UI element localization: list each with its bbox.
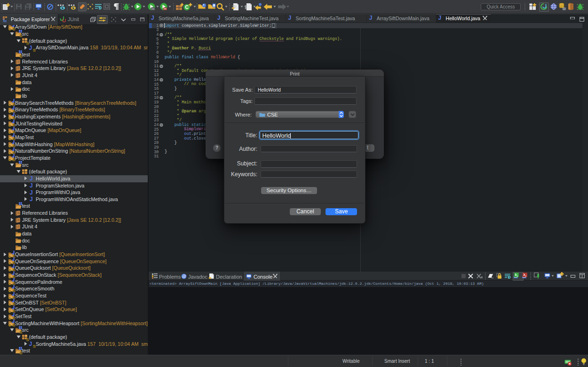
svg-text:J: J [30,196,33,202]
svg-text:J: J [30,189,33,195]
svg-text:J: J [29,45,32,51]
svg-text:J: J [29,341,32,347]
svg-text:S: S [33,344,36,349]
svg-text:S: S [33,48,36,53]
svg-text:@: @ [182,274,186,279]
svg-text:J: J [30,182,33,188]
svg-text:C: C [185,5,188,10]
svg-text:J: J [30,175,33,181]
